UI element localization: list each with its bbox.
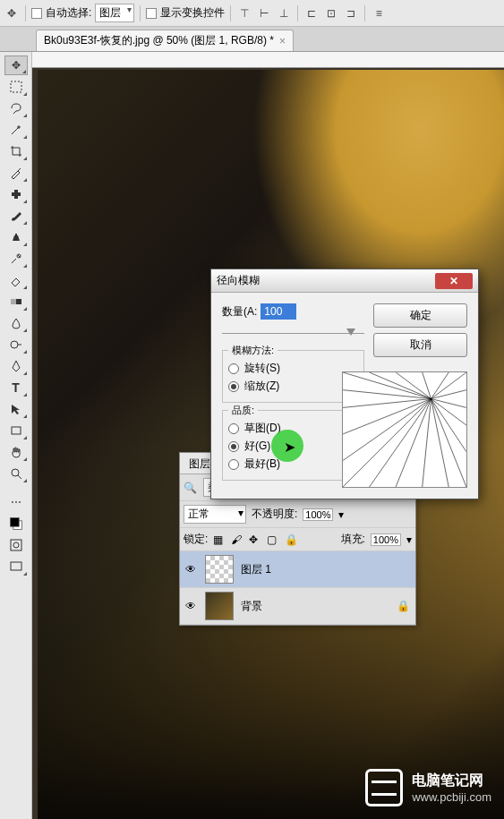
document-tab[interactable]: Bk0u93E3f-恢复的.jpg @ 50% (图层 1, RGB/8) * … [36, 30, 294, 51]
blur-center-preview[interactable] [342, 371, 467, 488]
lock-all-icon[interactable]: 🔒 [285, 533, 297, 546]
rectangle-tool[interactable] [4, 421, 28, 440]
type-tool[interactable]: T [4, 378, 28, 397]
svg-line-16 [396, 372, 431, 399]
svg-point-6 [11, 341, 18, 348]
cursor-arrow-icon: ➤ [284, 439, 295, 456]
amount-label: 数量(A: [222, 304, 257, 320]
watermark-name: 电脑笔记网 [412, 772, 491, 790]
lock-position-icon[interactable]: ✥ [249, 533, 261, 546]
amount-input[interactable]: 100 [261, 303, 296, 320]
layer-name: 背景 [241, 599, 262, 614]
auto-select-checkbox[interactable] [31, 8, 42, 19]
layer-row[interactable]: 👁 背景 🔒 [180, 588, 415, 625]
svg-rect-11 [11, 540, 21, 550]
layer-name: 图层 1 [241, 562, 271, 577]
show-transform-checkbox[interactable] [146, 8, 157, 19]
fill-value[interactable]: 100% [371, 533, 401, 546]
quality-legend: 品质: [228, 404, 258, 417]
opacity-value[interactable]: 100% [303, 508, 333, 521]
dialog-titlebar[interactable]: 径向模糊 ✕ [211, 269, 478, 293]
layer-thumbnail[interactable] [205, 555, 234, 584]
auto-select-dropdown[interactable]: 图层 [95, 4, 134, 22]
svg-line-19 [431, 372, 466, 399]
move-tool[interactable]: ✥ [4, 55, 28, 75]
fill-chevron-icon[interactable]: ▾ [406, 533, 412, 546]
svg-rect-10 [10, 518, 19, 527]
align-left-icon[interactable]: ⊏ [303, 5, 320, 21]
move-tool-icon: ✥ [4, 5, 20, 21]
radial-blur-dialog: 径向模糊 ✕ 数量(A: 100 模糊方法: 旋转(S) 缩放(Z) 品质: [210, 269, 479, 499]
align-bottom-icon[interactable]: ⊥ [276, 5, 292, 21]
svg-line-14 [343, 372, 431, 399]
visibility-icon[interactable]: 👁 [185, 563, 198, 576]
amount-slider[interactable] [222, 327, 364, 341]
svg-line-15 [370, 372, 431, 399]
cancel-button[interactable]: 取消 [373, 333, 467, 357]
opacity-chevron-icon[interactable]: ▾ [338, 508, 344, 521]
eyedropper-tool[interactable] [4, 163, 28, 183]
close-button[interactable]: ✕ [435, 273, 473, 289]
dodge-tool[interactable] [4, 335, 28, 354]
svg-line-27 [396, 399, 431, 487]
fill-label: 填充: [341, 532, 365, 547]
lock-transparent-icon[interactable]: ▦ [213, 533, 226, 546]
svg-rect-13 [11, 562, 21, 570]
svg-point-12 [13, 542, 19, 548]
ok-button[interactable]: 确定 [373, 303, 467, 328]
svg-line-30 [343, 399, 431, 461]
method-zoom-radio[interactable]: 缩放(Z) [228, 379, 358, 394]
show-transform-label: 显示变换控件 [160, 5, 225, 21]
svg-rect-0 [11, 81, 21, 92]
quality-good-radio[interactable]: 好(G) ➤ [228, 439, 358, 454]
blend-mode-dropdown[interactable]: 正常 [184, 505, 246, 524]
svg-line-33 [343, 390, 431, 399]
lock-artboard-icon[interactable]: ▢ [267, 533, 279, 546]
magic-wand-tool[interactable] [4, 120, 28, 140]
healing-brush-tool[interactable] [4, 184, 28, 204]
lock-label: 锁定: [184, 532, 208, 547]
svg-line-26 [423, 399, 431, 487]
align-vcenter-icon[interactable]: ⊢ [256, 5, 272, 21]
hand-tool[interactable] [4, 442, 28, 462]
marquee-tool[interactable] [4, 77, 28, 97]
close-tab-icon[interactable]: × [279, 35, 286, 47]
options-bar: ✥ 自动选择: 图层 显示变换控件 ⊤ ⊢ ⊥ ⊏ ⊡ ⊐ ≡ [0, 0, 504, 27]
align-right-icon[interactable]: ⊐ [343, 5, 359, 21]
visibility-icon[interactable]: 👁 [185, 600, 198, 612]
history-brush-tool[interactable] [4, 249, 28, 269]
layer-thumbnail[interactable] [205, 592, 234, 620]
svg-rect-7 [12, 427, 21, 434]
align-top-icon[interactable]: ⊤ [236, 5, 252, 21]
method-spin-radio[interactable]: 旋转(S) [228, 361, 358, 376]
tool-palette: ✥ T ⋯ [0, 52, 32, 819]
lock-icon[interactable]: 🔒 [397, 600, 410, 612]
clone-stamp-tool[interactable] [4, 227, 28, 247]
brush-tool[interactable] [4, 206, 28, 226]
watermark-logo-icon [365, 769, 403, 806]
document-tabs: Bk0u93E3f-恢复的.jpg @ 50% (图层 1, RGB/8) * … [0, 27, 504, 52]
gradient-tool[interactable] [4, 292, 28, 311]
color-swatch[interactable] [4, 514, 28, 533]
method-legend: 模糊方法: [228, 344, 278, 357]
pen-tool[interactable] [4, 356, 28, 376]
quality-best-radio[interactable]: 最好(B) [228, 456, 358, 472]
screen-mode-toggle[interactable] [4, 557, 28, 576]
tab-title: Bk0u93E3f-恢复的.jpg @ 50% (图层 1, RGB/8) * [44, 33, 274, 48]
quick-mask-toggle[interactable] [4, 535, 28, 555]
align-hcenter-icon[interactable]: ⊡ [323, 5, 339, 21]
crop-tool[interactable] [4, 141, 28, 161]
svg-line-31 [343, 399, 431, 434]
svg-line-28 [370, 399, 431, 487]
lasso-tool[interactable] [4, 98, 28, 118]
layer-row[interactable]: 👁 图层 1 [180, 551, 415, 588]
eraser-tool[interactable] [4, 270, 28, 290]
path-selection-tool[interactable] [4, 399, 28, 419]
distribute-icon[interactable]: ≡ [371, 5, 387, 21]
edit-toolbar[interactable]: ⋯ [4, 492, 28, 512]
lock-pixels-icon[interactable]: 🖌 [231, 533, 243, 546]
blur-tool[interactable] [4, 313, 28, 333]
svg-point-8 [12, 469, 19, 476]
zoom-tool[interactable] [4, 464, 28, 483]
svg-rect-5 [11, 299, 16, 304]
